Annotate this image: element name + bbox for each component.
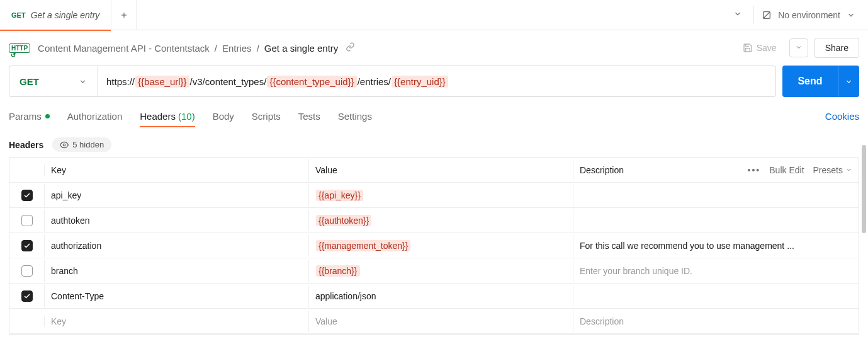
empty-row-checkbox-cell (9, 316, 45, 327)
row-checkbox[interactable] (21, 290, 33, 302)
breadcrumb-actions: Save Share (736, 38, 859, 58)
url-variable: {{base_url}} (135, 76, 189, 88)
no-environment-icon (762, 10, 772, 20)
eye-icon (60, 141, 69, 149)
tab-settings[interactable]: Settings (338, 111, 372, 122)
send-button[interactable]: Send (782, 66, 838, 97)
empty-row-key[interactable]: Key (45, 311, 309, 332)
hidden-headers-toggle[interactable]: 5 hidden (52, 137, 111, 152)
breadcrumb-sep: / (215, 43, 217, 54)
method-label: GET (20, 76, 39, 87)
variable-token: {{management_token}} (316, 240, 410, 251)
tab-add-button[interactable] (111, 0, 137, 30)
row-checkbox[interactable] (21, 215, 33, 226)
breadcrumb-request: Get a single entry (264, 43, 339, 54)
row-value[interactable]: {{branch}} (309, 260, 573, 282)
cookies-link[interactable]: Cookies (825, 111, 859, 122)
row-checkbox-cell (9, 209, 45, 232)
scrollbar-thumb[interactable] (862, 145, 866, 233)
row-value[interactable]: {{authtoken}} (309, 209, 573, 232)
url-bar: GET https:// {{base_url}} /v3/content_ty… (9, 66, 776, 97)
row-description[interactable]: Enter your branch unique ID. (573, 260, 859, 282)
plus-icon (120, 11, 128, 20)
send-button-group: Send (782, 66, 859, 97)
request-tabs: Params Authorization Headers (10) Body S… (0, 103, 868, 129)
save-dropdown-button[interactable] (789, 38, 808, 57)
row-description[interactable] (573, 190, 859, 201)
copy-link-button[interactable] (346, 42, 355, 54)
table-header-checkbox-cell (9, 164, 45, 176)
chevron-down-icon (733, 9, 742, 18)
row-value[interactable]: {{management_token}} (309, 234, 573, 257)
http-badge-icon: HTTP (9, 43, 30, 53)
chevron-down-icon (845, 166, 852, 173)
row-value[interactable]: application/json (309, 285, 573, 307)
tab-tests[interactable]: Tests (298, 111, 320, 122)
hidden-headers-label: 5 hidden (72, 140, 104, 149)
table-row: authtoken{{authtoken}} (9, 208, 859, 233)
presets-label: Presets (813, 165, 843, 175)
url-bar-row: GET https:// {{base_url}} /v3/content_ty… (0, 66, 868, 97)
url-input[interactable]: https:// {{base_url}} /v3/content_types/… (98, 66, 775, 96)
chevron-down-icon (79, 78, 87, 86)
table-row: Content-Typeapplication/json (9, 284, 859, 309)
headers-section-header: Headers 5 hidden (0, 129, 868, 157)
variable-token: {{authtoken}} (316, 215, 371, 226)
table-header-description-label: Description (580, 165, 624, 175)
row-checkbox-cell (9, 234, 45, 257)
presets-button[interactable]: Presets (813, 165, 852, 175)
tab-authorization[interactable]: Authorization (67, 111, 123, 122)
table-columns-button[interactable]: ••• (748, 165, 761, 175)
tab-request[interactable]: GET Get a single entry (0, 0, 111, 30)
url-variable: {{entry_uid}} (392, 76, 448, 88)
row-checkbox[interactable] (21, 240, 33, 251)
svg-point-4 (64, 144, 66, 146)
row-key[interactable]: branch (45, 260, 309, 282)
share-button[interactable]: Share (814, 38, 859, 58)
row-value[interactable]: {{api_key}} (309, 184, 573, 207)
empty-row-value[interactable]: Value (309, 311, 573, 332)
tab-params-label: Params (9, 111, 42, 122)
environment-label: No environment (778, 10, 840, 20)
save-button[interactable]: Save (736, 39, 783, 57)
row-key[interactable]: api_key (45, 185, 309, 206)
tab-headers-count: (10) (178, 111, 195, 122)
tab-body[interactable]: Body (213, 111, 234, 122)
breadcrumb-collection[interactable]: Content Management API - Contentstack (38, 43, 210, 54)
table-header-description: Description ••• Bulk Edit Presets (573, 159, 859, 181)
chevron-down-icon (847, 11, 855, 20)
tab-params[interactable]: Params (9, 111, 50, 122)
tab-headers-label: Headers (140, 111, 176, 122)
tabbar-right: No environment (730, 0, 868, 30)
row-checkbox-cell (9, 285, 45, 307)
table-row: api_key{{api_key}} (9, 183, 859, 208)
send-dropdown-button[interactable] (838, 66, 859, 97)
row-checkbox[interactable] (21, 190, 33, 201)
row-checkbox-cell (9, 260, 45, 282)
empty-row-description[interactable]: Description (573, 311, 859, 332)
row-key[interactable]: authorization (45, 235, 309, 256)
row-checkbox[interactable] (21, 265, 33, 277)
row-key[interactable]: authtoken (45, 210, 309, 231)
breadcrumb-folder[interactable]: Entries (222, 43, 252, 54)
tab-overflow-button[interactable] (730, 6, 746, 24)
row-checkbox-cell (9, 184, 45, 207)
link-icon (346, 42, 355, 52)
variable-token: {{branch}} (316, 265, 360, 277)
table-row: branch{{branch}}Enter your branch unique… (9, 258, 859, 284)
table-row-empty[interactable]: Key Value Description (9, 309, 859, 334)
method-select[interactable]: GET (9, 66, 98, 96)
row-description[interactable]: For this call we recommend you to use ma… (573, 235, 859, 256)
row-description[interactable] (573, 215, 859, 226)
tab-scripts[interactable]: Scripts (252, 111, 281, 122)
bulk-edit-button[interactable]: Bulk Edit (769, 165, 804, 175)
row-key[interactable]: Content-Type (45, 285, 309, 307)
table-header-row: Key Value Description ••• Bulk Edit Pres… (9, 158, 859, 183)
environment-selector[interactable]: No environment (762, 10, 855, 20)
row-description[interactable] (573, 290, 859, 302)
save-label: Save (757, 43, 777, 53)
headers-title: Headers (9, 140, 43, 150)
tab-headers[interactable]: Headers (10) (140, 111, 194, 122)
breadcrumb-bar: HTTP Content Management API - Contentsta… (0, 30, 868, 66)
table-header-key: Key (45, 159, 309, 181)
